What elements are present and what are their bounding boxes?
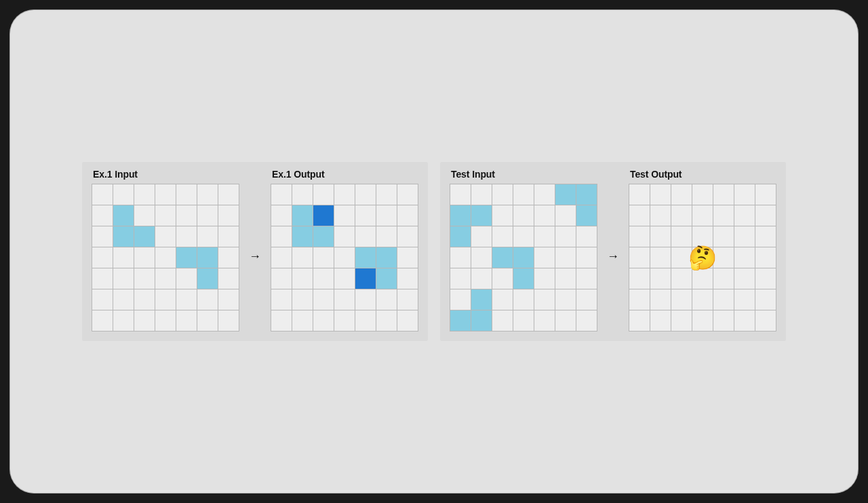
grid-cell xyxy=(450,268,471,289)
grid-cell xyxy=(376,247,397,268)
grid-cell xyxy=(513,310,534,331)
grid-cell xyxy=(471,226,492,247)
grid-cell xyxy=(534,268,555,289)
grid-cell xyxy=(692,205,713,226)
grid-cell xyxy=(218,205,239,226)
grid-cell xyxy=(471,310,492,331)
grid-cell xyxy=(218,268,239,289)
example-output-title: Ex.1 Output xyxy=(271,169,418,180)
grid-cell xyxy=(555,247,576,268)
grid-cell xyxy=(450,205,471,226)
grid-cell xyxy=(671,226,692,247)
grid-cell xyxy=(155,268,176,289)
grid-cell xyxy=(113,310,134,331)
grid-cell xyxy=(734,184,755,205)
grid-cell xyxy=(692,184,713,205)
grid-cell xyxy=(650,310,671,331)
grid-cell xyxy=(397,184,418,205)
grid-cell xyxy=(92,247,113,268)
grid-cell xyxy=(734,205,755,226)
grid-cell xyxy=(271,310,292,331)
grid-cell xyxy=(176,310,197,331)
grid-cell xyxy=(513,289,534,310)
grid-cell xyxy=(397,226,418,247)
grid-cell xyxy=(92,268,113,289)
example-input-grid xyxy=(92,184,239,331)
grid-cell xyxy=(713,268,734,289)
grid-cell xyxy=(134,289,155,310)
grid-cell xyxy=(313,205,334,226)
test-output-title: Test Output xyxy=(629,169,776,180)
grid-cell xyxy=(734,247,755,268)
grid-cell xyxy=(692,226,713,247)
grid-cell xyxy=(492,289,513,310)
grid-cell xyxy=(734,226,755,247)
grid-cell xyxy=(629,289,650,310)
grid-cell xyxy=(755,268,776,289)
grid-cell xyxy=(134,247,155,268)
screen: Ex.1 Input → Ex.1 Output Test Input xyxy=(9,9,859,494)
grid-cell xyxy=(292,289,313,310)
grid-cell xyxy=(755,289,776,310)
grid-cell xyxy=(155,226,176,247)
grid-cell xyxy=(313,184,334,205)
grid-cell xyxy=(629,268,650,289)
grid-cell xyxy=(313,226,334,247)
grid-cell xyxy=(155,247,176,268)
grid-cell xyxy=(271,205,292,226)
grid-cell xyxy=(555,226,576,247)
grid-cell xyxy=(376,184,397,205)
example-output-panel: Ex.1 Output xyxy=(271,169,418,331)
grid-cell xyxy=(176,184,197,205)
grid-cell xyxy=(355,184,376,205)
grid-cell xyxy=(471,268,492,289)
grid-cell xyxy=(734,268,755,289)
example-input-panel: Ex.1 Input xyxy=(92,169,239,331)
grid-cell xyxy=(334,184,355,205)
grid-cell xyxy=(113,226,134,247)
grid-cell xyxy=(671,310,692,331)
grid-cell xyxy=(755,247,776,268)
grid-cell xyxy=(334,247,355,268)
grid-cell xyxy=(513,268,534,289)
grid-cell xyxy=(197,268,218,289)
grid-cell xyxy=(292,247,313,268)
grid-cell xyxy=(650,247,671,268)
grid-cell xyxy=(513,184,534,205)
grid-cell xyxy=(134,310,155,331)
grid-cell xyxy=(555,289,576,310)
grid-cell xyxy=(92,310,113,331)
grid-cell xyxy=(313,289,334,310)
grid-cell xyxy=(650,184,671,205)
grid-cell xyxy=(197,247,218,268)
grid-cell xyxy=(755,184,776,205)
grid-cell xyxy=(555,268,576,289)
grid-cell xyxy=(155,310,176,331)
grid-cell xyxy=(576,268,597,289)
grid-cell xyxy=(555,205,576,226)
grid-cell xyxy=(313,310,334,331)
grid-cell xyxy=(376,205,397,226)
grid-cell xyxy=(397,205,418,226)
grid-cell xyxy=(292,184,313,205)
grid-cell xyxy=(450,310,471,331)
grid-cell xyxy=(155,184,176,205)
grid-cell xyxy=(113,184,134,205)
grid-cell xyxy=(313,247,334,268)
grid-cell xyxy=(113,289,134,310)
grid-cell xyxy=(334,310,355,331)
grid-cell xyxy=(734,310,755,331)
test-input-grid-wrap xyxy=(450,184,597,331)
grid-cell xyxy=(629,226,650,247)
grid-cell xyxy=(671,247,692,268)
grid-cell xyxy=(692,310,713,331)
grid-cell xyxy=(534,247,555,268)
grid-cell xyxy=(450,226,471,247)
grid-cell xyxy=(271,247,292,268)
grid-cell xyxy=(576,205,597,226)
grid-cell xyxy=(292,268,313,289)
grid-cell xyxy=(176,268,197,289)
arrow-icon: → xyxy=(248,249,262,264)
grid-cell xyxy=(629,310,650,331)
grid-cell xyxy=(113,205,134,226)
